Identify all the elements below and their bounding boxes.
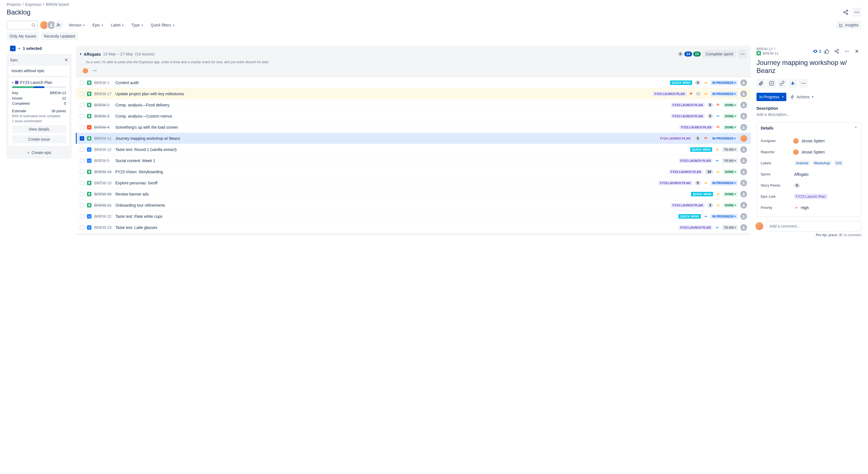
epic-badge[interactable]: QUICK WINS xyxy=(691,192,713,196)
assignee-avatar[interactable] xyxy=(740,135,747,142)
complete-sprint-button[interactable]: Complete sprint xyxy=(703,50,736,58)
filter-type[interactable]: Type▾ xyxy=(129,21,145,30)
issue-checkbox[interactable] xyxy=(80,170,84,174)
epic-badge[interactable]: FY23 LAUNCH PLAN xyxy=(671,203,705,207)
assignee-avatar-unassigned[interactable] xyxy=(740,91,747,97)
breadcrumb-item[interactable]: Projects xyxy=(7,2,21,7)
epic-link-chip[interactable]: FY23 Launch Plan xyxy=(794,194,827,199)
epic-badge[interactable]: QUICK WINS xyxy=(690,147,712,152)
issue-key[interactable]: BREW-14 xyxy=(94,170,113,174)
assignee-avatar-unassigned[interactable] xyxy=(740,124,747,131)
issue-row[interactable]: BREW-3Comp. analysis—Custom menusFY23 LA… xyxy=(76,110,751,122)
issue-summary[interactable]: Review banner ads xyxy=(115,192,688,196)
epic-key[interactable]: BREW-13 xyxy=(50,91,66,95)
chevron-down-icon[interactable]: ▾ xyxy=(80,52,82,56)
assignee-avatar-unassigned[interactable] xyxy=(740,168,747,175)
watch-button[interactable]: 1 xyxy=(813,49,821,54)
issue-summary[interactable]: Taste test: Latte glasses xyxy=(115,225,676,230)
issue-row[interactable]: BREW-2Comp. analysis—Food deliveryFY23 L… xyxy=(76,99,751,110)
issue-checkbox[interactable] xyxy=(80,103,84,107)
issue-row[interactable]: BREW-22Taste test: Flate white cupsQUICK… xyxy=(76,211,751,222)
issue-row[interactable]: BREW-20Review banner adsQUICK WINSDONE ▾ xyxy=(76,189,751,200)
issue-checkbox[interactable] xyxy=(80,80,84,85)
label-chip[interactable]: iOS xyxy=(834,161,843,166)
issue-row[interactable]: BREW-5Social content: Week 1FY23 LAUNCH … xyxy=(76,155,751,166)
actions-dropdown[interactable]: Actions ▾ xyxy=(790,95,813,99)
more-icon[interactable] xyxy=(738,49,747,59)
issue-checkbox[interactable] xyxy=(80,114,84,118)
issue-key[interactable]: BREW-21 xyxy=(94,203,113,207)
more-icon[interactable] xyxy=(91,67,98,74)
more-icon[interactable] xyxy=(842,47,851,56)
status-dropdown[interactable]: In Progress ▾ xyxy=(756,93,786,101)
filter-quick[interactable]: Quick filters▾ xyxy=(149,21,177,30)
filter-label[interactable]: Label▾ xyxy=(109,21,126,30)
issue-summary[interactable]: Explore personas: Geoff xyxy=(115,181,656,185)
description-field[interactable]: Add a description... xyxy=(756,112,861,117)
issue-summary[interactable]: Content audit xyxy=(115,80,667,85)
issue-row[interactable]: BREW-12Taste test: Round 1 (vanilla extr… xyxy=(76,144,751,155)
issue-row[interactable]: ✓BREW-11Journey mapping workshop w/ Bean… xyxy=(76,133,751,144)
issue-key[interactable]: BREW-12 xyxy=(94,147,113,152)
issue-key[interactable]: BREW-3 xyxy=(94,114,113,118)
issue-checkbox[interactable] xyxy=(80,225,84,230)
field-reporter[interactable]: Jessie Spiteri xyxy=(794,149,857,156)
field-assignee[interactable]: Jessie Spiteri xyxy=(794,138,857,144)
assignee-avatar-unassigned[interactable] xyxy=(740,102,747,108)
status-lozenge[interactable]: IN PROGRESS ▾ xyxy=(711,91,738,96)
epic-badge[interactable]: QUICK WINS xyxy=(670,80,692,85)
assignee-avatar-unassigned[interactable] xyxy=(740,113,747,120)
issue-row[interactable]: BREW-21Onboarding tour refinementsFY23 L… xyxy=(76,200,751,211)
epic-no-epic[interactable]: Issues without epic xyxy=(9,66,69,76)
assignee-avatar-unassigned[interactable] xyxy=(740,191,747,198)
status-lozenge[interactable]: DONE ▾ xyxy=(723,203,738,208)
issue-key[interactable]: BREW-17 xyxy=(94,92,113,96)
issue-checkbox[interactable] xyxy=(80,147,84,152)
assignee-avatar-unassigned[interactable] xyxy=(740,180,747,186)
field-sprint[interactable]: Affogato xyxy=(794,172,857,176)
attach-icon[interactable] xyxy=(756,79,766,88)
label-chip[interactable]: Android xyxy=(794,161,810,166)
more-icon[interactable] xyxy=(799,79,808,88)
filter-version[interactable]: Version▾ xyxy=(66,21,87,30)
like-icon[interactable] xyxy=(822,47,831,56)
chevron-down-icon[interactable]: ▾ xyxy=(19,47,20,50)
share-icon[interactable] xyxy=(832,47,841,56)
insights-button[interactable]: Insights xyxy=(836,21,861,29)
epic-badge[interactable]: FY23 LAUNCH PLAN xyxy=(679,225,712,230)
close-icon[interactable]: × xyxy=(65,57,68,63)
epic-badge[interactable]: FY23 LAUNCH PLAN xyxy=(679,125,713,130)
issue-row[interactable]: BREW-23Taste test: Latte glassesFY23 LAU… xyxy=(76,222,751,233)
issue-row[interactable]: BREW-14FY23 Vision: StoryboardingFY23 LA… xyxy=(76,166,751,177)
assignee-avatar-unassigned[interactable] xyxy=(740,79,747,86)
assignee-avatar-unassigned[interactable] xyxy=(740,202,747,209)
search-input[interactable] xyxy=(7,21,38,30)
assignee-avatar-unassigned[interactable] xyxy=(740,157,747,164)
view-details-button[interactable]: View details xyxy=(12,125,66,133)
create-epic-button[interactable]: ＋Create epic xyxy=(7,147,71,158)
field-priority[interactable]: High xyxy=(794,206,857,210)
issue-key[interactable]: BREW-23 xyxy=(94,225,113,230)
share-icon[interactable] xyxy=(841,8,850,17)
assignee-avatar-unassigned[interactable] xyxy=(740,224,747,231)
issue-checkbox[interactable] xyxy=(80,181,84,185)
epic-badge[interactable]: FY23 LAUNCH PLAN xyxy=(658,136,692,141)
select-all-checkbox[interactable]: − xyxy=(10,46,16,51)
status-lozenge[interactable]: TO DO ▾ xyxy=(722,147,738,152)
issue-key[interactable]: BREW-10 xyxy=(94,181,113,185)
issue-checkbox[interactable] xyxy=(80,192,84,196)
add-person-icon[interactable] xyxy=(54,21,63,30)
issue-checkbox[interactable] xyxy=(80,92,84,96)
issue-summary[interactable]: Update project plan with key milestones xyxy=(115,92,650,96)
status-lozenge[interactable]: DONE ▾ xyxy=(723,125,738,130)
issue-summary[interactable]: FY23 Vision: Storyboarding xyxy=(115,170,666,174)
epic-badge[interactable]: FY23 LAUNCH PLAN xyxy=(658,181,692,185)
issue-row[interactable]: BREW-17Update project plan with key mile… xyxy=(76,88,751,99)
issue-key[interactable]: BREW-20 xyxy=(94,192,113,196)
status-lozenge[interactable]: DONE ▾ xyxy=(723,169,738,174)
status-lozenge[interactable]: IN PROGRESS ▾ xyxy=(711,180,738,185)
issue-checkbox[interactable]: ✓ xyxy=(80,136,84,141)
assignee-avatar-unassigned[interactable] xyxy=(740,213,747,220)
issue-summary[interactable]: Something's up with the load screen xyxy=(115,125,677,130)
issue-row[interactable]: BREW-4Something's up with the load scree… xyxy=(76,122,751,133)
